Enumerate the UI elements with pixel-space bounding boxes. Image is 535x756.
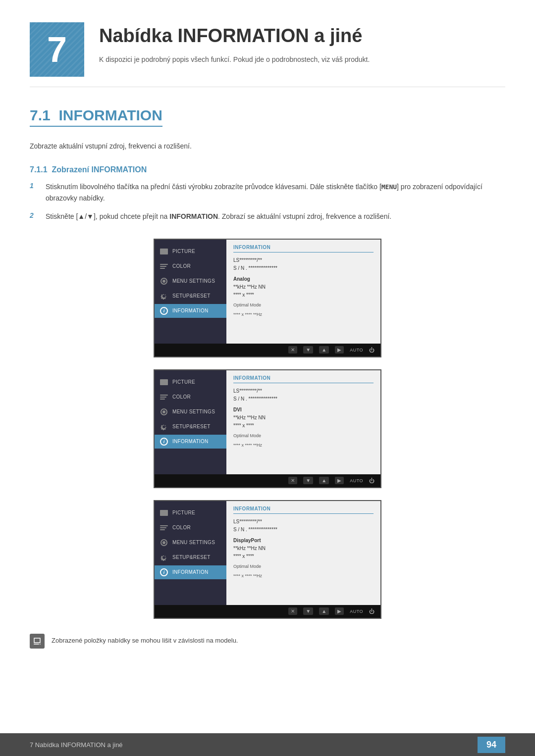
info-source-dp: DisplayPort	[233, 537, 374, 545]
info-icon-1: i	[160, 307, 168, 314]
menu-item-menu-settings-2: MENU SETTINGS	[155, 405, 226, 419]
info-ls-dvi: LS*********/**	[233, 387, 374, 395]
color-icon-2	[160, 394, 168, 401]
btn-down-dvi: ▼	[303, 477, 313, 484]
info-source-analog: Analog	[233, 275, 374, 283]
menu-label-menu-settings-2: MENU SETTINGS	[172, 409, 215, 414]
step-2-text: Stiskněte [▲/▼], pokud chcete přejít na …	[46, 211, 391, 222]
step-1-text: Stisknutím libovolného tlačítka na předn…	[46, 181, 505, 203]
menu-label-color-3: COLOR	[172, 525, 191, 530]
menu-label-setup-1: SETUP&RESET	[172, 293, 211, 299]
btn-right-dvi: ▶	[335, 477, 344, 484]
menu-item-color-2: COLOR	[155, 390, 226, 404]
picture-icon-1	[160, 248, 168, 255]
steps-container: 1 Stisknutím libovolného tlačítka na pře…	[0, 181, 535, 222]
note-box: Zobrazené položky nabídky se mohou lišit…	[30, 634, 505, 649]
menu-panel-analog: PICTURE COLOR MENU SETTINGS	[155, 240, 226, 344]
info-optimal-analog: **** x **** **Hz	[233, 311, 374, 318]
menu-item-color-1: COLOR	[155, 259, 226, 273]
chapter-subtitle: K dispozici je podrobný popis všech funk…	[99, 54, 370, 65]
setup-icon-1	[160, 293, 168, 300]
section-heading: 7.1 INFORMATION	[0, 87, 535, 132]
menu-item-picture-1: PICTURE	[155, 245, 226, 258]
menu-item-picture-2: PICTURE	[155, 375, 226, 389]
monitor-dvi: PICTURE COLOR MENU SETTINGS	[154, 369, 381, 488]
menu-label-setup-2: SETUP&RESET	[172, 424, 211, 429]
menu-label-information-1: INFORMATION	[172, 308, 209, 313]
menu-label-color-1: COLOR	[172, 263, 191, 269]
setup-icon-2	[160, 423, 168, 430]
info-freq-dvi: **kHz **Hz NN	[233, 414, 374, 422]
menu-label-menu-settings-1: MENU SETTINGS	[172, 278, 215, 284]
btn-down-analog: ▼	[303, 346, 313, 353]
monitors-container: PICTURE COLOR MENU SETTINGS	[0, 229, 535, 624]
picture-icon-2	[160, 379, 168, 386]
button-bar-analog: ✕ ▼ ▲ ▶ AUTO ⏻	[155, 344, 380, 356]
btn-up-dp: ▲	[319, 607, 329, 615]
btn-down-dp: ▼	[303, 607, 313, 615]
menu-panel-dp: PICTURE COLOR MENU SETTINGS	[155, 501, 226, 605]
footer-page: 94	[478, 737, 505, 753]
section-title: 7.1 INFORMATION	[30, 107, 162, 127]
info-sn-dp: S / N . ***************	[233, 526, 374, 534]
menu-item-information-2: i INFORMATION	[155, 435, 226, 449]
menu-item-menu-settings-3: MENU SETTINGS	[155, 536, 226, 550]
footer-text: 7 Nabídka INFORMATION a jiné	[30, 741, 123, 749]
menu-item-menu-settings-1: MENU SETTINGS	[155, 274, 226, 288]
info-ls-analog: LS*********/**	[233, 256, 374, 264]
monitor-displayport: PICTURE COLOR MENU SETTINGS	[154, 500, 381, 619]
info-ls-dp: LS*********/**	[233, 518, 374, 526]
section-intro: Zobrazte aktuální vstupní zdroj, frekven…	[0, 132, 535, 160]
chapter-number: 7	[30, 22, 84, 77]
setup-icon-3	[160, 554, 168, 561]
step-1-number: 1	[30, 181, 42, 190]
info-res-analog: **** x ****	[233, 291, 374, 299]
info-freq-dp: **kHz **Hz NN	[233, 545, 374, 553]
info-optimal-label-analog: Optimal Mode	[233, 302, 374, 309]
menu-item-setup-1: SETUP&RESET	[155, 289, 226, 303]
menu-label-picture-3: PICTURE	[172, 510, 195, 515]
menu-label-picture-1: PICTURE	[172, 249, 195, 254]
info-panel-dvi: INFORMATION LS*********/** S / N . *****…	[226, 370, 380, 474]
btn-x-analog: ✕	[288, 346, 297, 353]
info-panel-dp: INFORMATION LS*********/** S / N . *****…	[226, 501, 380, 605]
menu-label-menu-settings-3: MENU SETTINGS	[172, 540, 215, 545]
menu-item-picture-3: PICTURE	[155, 506, 226, 520]
menu-settings-icon-1	[160, 278, 168, 285]
info-freq-analog: **kHz **Hz NN	[233, 283, 374, 291]
menu-label-setup-3: SETUP&RESET	[172, 554, 211, 560]
subsection-heading: 7.1.1 Zobrazení INFORMATION	[0, 160, 535, 181]
info-source-dvi: DVI	[233, 406, 374, 414]
monitor-analog: PICTURE COLOR MENU SETTINGS	[154, 239, 381, 357]
info-icon-2: i	[160, 438, 168, 445]
menu-label-picture-2: PICTURE	[172, 379, 195, 385]
btn-right-analog: ▶	[335, 346, 344, 353]
info-res-dvi: **** x ****	[233, 422, 374, 430]
step-2-number: 2	[30, 211, 42, 219]
btn-x-dvi: ✕	[288, 477, 297, 484]
footer: 7 Nabídka INFORMATION a jiné 94	[0, 733, 535, 756]
menu-panel-dvi: PICTURE COLOR MENU SETTINGS	[155, 370, 226, 474]
menu-label-color-2: COLOR	[172, 394, 191, 400]
btn-power-dp: ⏻	[369, 608, 374, 614]
menu-settings-icon-2	[160, 408, 168, 415]
color-icon-3	[160, 524, 168, 531]
chapter-title-block: Nabídka INFORMATION a jiné K dispozici j…	[99, 20, 370, 65]
menu-item-information-1: i INFORMATION	[155, 304, 226, 318]
note-text: Zobrazené položky nabídky se mohou lišit…	[52, 634, 238, 646]
chapter-title: Nabídka INFORMATION a jiné	[99, 25, 370, 48]
menu-settings-icon-3	[160, 539, 168, 546]
info-panel-analog: INFORMATION LS*********/** S / N . *****…	[226, 240, 380, 344]
step-2: 2 Stiskněte [▲/▼], pokud chcete přejít n…	[30, 211, 505, 222]
chapter-header: 7 Nabídka INFORMATION a jiné K dispozici…	[0, 0, 535, 87]
note-icon	[30, 634, 45, 649]
button-bar-dp: ✕ ▼ ▲ ▶ AUTO ⏻	[155, 605, 380, 618]
btn-auto-dvi: AUTO	[350, 478, 363, 483]
info-optimal-label-dp: Optimal Mode	[233, 563, 374, 570]
info-sn-dvi: S / N . ***************	[233, 395, 374, 403]
menu-item-setup-2: SETUP&RESET	[155, 420, 226, 434]
info-optimal-label-dvi: Optimal Mode	[233, 433, 374, 440]
info-title-dp: INFORMATION	[233, 506, 374, 514]
info-res-dp: **** x ****	[233, 553, 374, 560]
info-optimal-dp: **** x **** **Hz	[233, 573, 374, 580]
